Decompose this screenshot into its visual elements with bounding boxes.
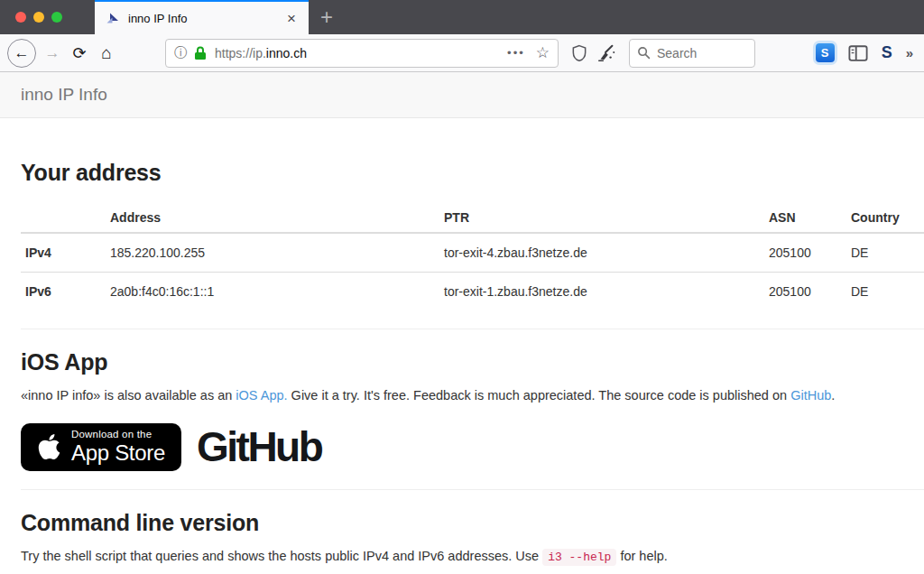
table-row-ipv4: IPv4 185.220.100.255 tor-exit-4.zbau.f3n…: [21, 233, 924, 273]
app-store-badge-text: Download on the App Store: [71, 429, 165, 464]
cell-ptr: tor-exit-1.zbau.f3netze.de: [437, 273, 762, 311]
badge-big-text: App Store: [71, 441, 165, 464]
forward-button[interactable]: →: [39, 40, 66, 67]
section-divider: [21, 489, 924, 490]
back-button[interactable]: ←: [7, 39, 36, 68]
cli-text-2: for help.: [616, 549, 667, 563]
reload-button[interactable]: ⟳: [66, 40, 93, 67]
sidebar-toggle-icon[interactable]: [848, 44, 868, 62]
search-input[interactable]: [657, 46, 738, 60]
bookmark-star-icon[interactable]: ☆: [536, 43, 550, 62]
heading-ios-app: iOS App: [21, 349, 924, 375]
home-button[interactable]: ⌂: [93, 40, 120, 67]
row-label: IPv4: [21, 233, 103, 273]
browser-tab[interactable]: inno IP Info ×: [95, 0, 309, 34]
extension-buttons: S S »: [816, 43, 917, 62]
table-row-ipv6: IPv6 2a0b:f4c0:16c:1::1 tor-exit-1.zbau.…: [21, 273, 924, 311]
site-info-icon[interactable]: ⓘ: [174, 45, 187, 61]
macos-zoom-button[interactable]: [51, 12, 62, 23]
page-content: Your address Address PTR ASN Country IPv…: [0, 160, 924, 574]
github-logo[interactable]: GitHub: [197, 422, 321, 471]
table-header-row: Address PTR ASN Country: [21, 203, 924, 233]
col-country: Country: [844, 203, 924, 233]
navigation-toolbar: ← → ⟳ ⌂ ⓘ https://ip.inno.ch ••• ☆: [0, 34, 924, 72]
page-actions-icon[interactable]: •••: [507, 46, 525, 60]
https-lock-icon[interactable]: [194, 46, 207, 60]
heading-your-address: Your address: [21, 160, 924, 186]
cell-asn: 205100: [762, 233, 844, 273]
heading-cli: Command line version: [21, 510, 924, 536]
cli-paragraph: Try the shell script that queries and sh…: [21, 547, 924, 567]
extension-blue-s-icon[interactable]: S: [816, 43, 835, 62]
col-asn: ASN: [762, 203, 844, 233]
cli-text-1: Try the shell script that queries and sh…: [21, 549, 542, 563]
ios-text-1: «inno IP info» is also available as an: [21, 388, 236, 403]
ios-app-link[interactable]: iOS App.: [236, 388, 287, 403]
macos-minimize-button[interactable]: [33, 12, 44, 23]
col-ptr: PTR: [437, 203, 762, 233]
cell-address: 2a0b:f4c0:16c:1::1: [103, 273, 437, 311]
site-brand[interactable]: inno IP Info: [21, 85, 107, 105]
ios-text-3: .: [831, 388, 835, 403]
tracking-shield-icon[interactable]: [566, 40, 593, 67]
search-bar[interactable]: [629, 39, 755, 68]
app-store-badge[interactable]: Download on the App Store: [21, 423, 181, 471]
toolbar-overflow-icon[interactable]: »: [906, 45, 911, 60]
url-bar[interactable]: ⓘ https://ip.inno.ch ••• ☆: [165, 39, 559, 68]
cell-country: DE: [844, 233, 924, 273]
macos-close-button[interactable]: [15, 12, 26, 23]
address-table: Address PTR ASN Country IPv4 185.220.100…: [21, 203, 924, 310]
col-address: Address: [103, 203, 437, 233]
cell-address: 185.220.100.255: [103, 233, 437, 273]
search-icon: [637, 46, 651, 60]
section-divider: [21, 329, 924, 329]
tab-close-icon[interactable]: ×: [283, 9, 300, 28]
ios-app-paragraph: «inno IP info» is also available as an i…: [21, 386, 924, 405]
cell-country: DE: [844, 273, 924, 311]
col-row-label: [21, 203, 103, 233]
site-favicon-icon: [106, 11, 120, 25]
apple-icon: [37, 432, 61, 461]
new-tab-button[interactable]: +: [309, 0, 345, 34]
github-link[interactable]: GitHub: [790, 388, 831, 403]
window-controls: [0, 0, 62, 34]
url-scheme: https://ip.: [215, 46, 266, 60]
tab-bar: inno IP Info × +: [0, 0, 924, 34]
extension-broom-icon[interactable]: [593, 40, 620, 67]
site-navbar: inno IP Info: [0, 72, 924, 118]
ios-text-2: Give it a try. It's free. Feedback is mu…: [288, 388, 791, 403]
cli-code: i3 --help: [542, 549, 616, 566]
url-domain: inno.ch: [266, 46, 307, 60]
cell-ptr: tor-exit-4.zbau.f3netze.de: [437, 233, 762, 273]
extension-navy-s-icon[interactable]: S: [882, 43, 892, 62]
url-text[interactable]: https://ip.inno.ch: [215, 46, 507, 60]
cell-asn: 205100: [762, 273, 844, 311]
badge-small-text: Download on the: [71, 429, 165, 440]
tab-title: inno IP Info: [128, 12, 283, 25]
row-label: IPv6: [21, 273, 103, 311]
badge-row: Download on the App Store GitHub: [21, 422, 924, 471]
